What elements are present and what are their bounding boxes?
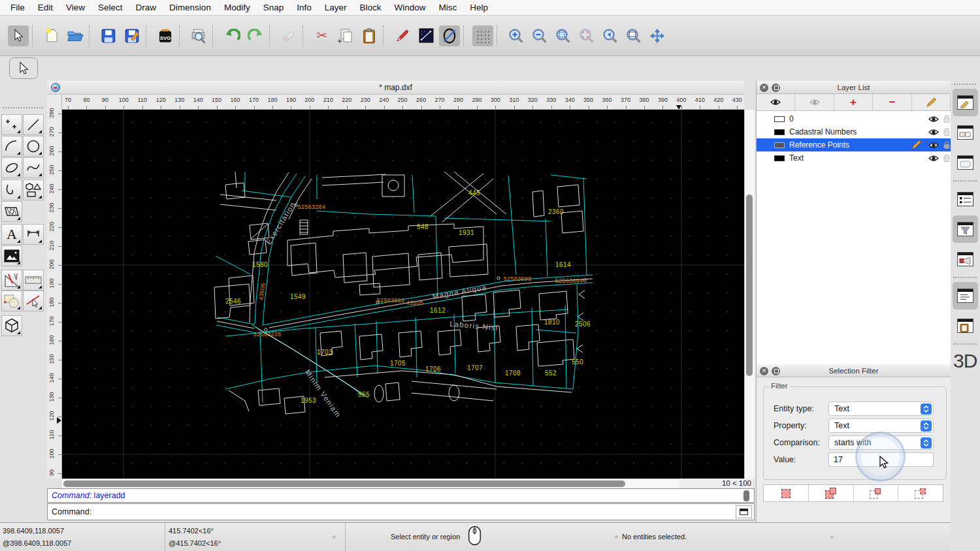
dimension-tool-button[interactable] (23, 224, 44, 245)
property-select[interactable]: Text (828, 418, 934, 433)
layer-list-toggle-button[interactable] (953, 185, 978, 213)
library-browser-toggle-button[interactable] (953, 149, 978, 176)
toolbar-separator (179, 25, 185, 46)
filter-intersect-selection-button[interactable] (898, 485, 943, 501)
view-projection-toggle-button[interactable] (953, 245, 978, 273)
menu-draw[interactable]: Draw (129, 0, 163, 16)
pan-icon (649, 28, 665, 44)
eraser-button[interactable] (278, 25, 299, 46)
redo-button[interactable] (245, 25, 266, 46)
ellipse-slash-button[interactable] (439, 25, 460, 46)
menu-misc[interactable]: Misc (433, 0, 464, 16)
print-preview-button[interactable] (188, 25, 209, 46)
layer-lock-icon[interactable] (941, 126, 951, 138)
menu-select[interactable]: Select (91, 0, 129, 16)
vertical-scrollbar[interactable] (744, 110, 755, 479)
spline-tool-button[interactable] (23, 157, 44, 178)
layer-visibility-eye-icon[interactable] (928, 113, 939, 125)
menu-block[interactable]: Block (353, 0, 388, 16)
shape-tool-button[interactable] (23, 180, 44, 200)
delete-tool-button[interactable] (23, 291, 44, 311)
entity-type-select[interactable]: Text (828, 401, 934, 416)
point-tool-button[interactable] (1, 114, 22, 135)
zoom-in-button[interactable] (506, 25, 527, 46)
copy-button[interactable] (335, 25, 356, 46)
block-list-toggle-button[interactable] (953, 119, 978, 146)
menu-view[interactable]: View (59, 0, 91, 16)
remove-layer-button[interactable]: − (873, 94, 911, 110)
menu-dimension[interactable]: Dimension (163, 0, 218, 16)
zoom-previous-button[interactable] (600, 25, 621, 46)
command-history-scrollbar-thumb[interactable] (743, 490, 749, 501)
layer-row-cadastral-numbers[interactable]: Cadastral Numbers (757, 125, 951, 138)
image-tool-button[interactable] (1, 245, 22, 266)
pan-button[interactable] (647, 25, 668, 46)
modify-tool-button[interactable] (1, 291, 22, 311)
layer-lock-icon[interactable] (941, 113, 951, 125)
layer-visibility-eye-icon[interactable] (928, 139, 939, 151)
new-document-button[interactable] (41, 25, 62, 46)
circle-tool-button[interactable] (23, 136, 44, 157)
command-history: Command: layeradd (47, 488, 755, 503)
save-button[interactable] (98, 25, 119, 46)
line-draw-tool-button[interactable] (23, 114, 44, 135)
selection-pointer-button[interactable] (9, 57, 38, 79)
horizontal-scrollbar[interactable] (62, 479, 744, 488)
cut-button[interactable]: ✂ (312, 25, 333, 46)
zoom-selection-button[interactable] (576, 25, 597, 46)
zoom-auto-button[interactable] (553, 25, 574, 46)
layer-row-text[interactable]: Text (757, 151, 951, 165)
clipboard-toggle-button[interactable] (953, 312, 978, 339)
command-window-toggle-button[interactable] (953, 282, 978, 309)
horizontal-scrollbar-thumb[interactable] (63, 480, 625, 487)
layer-lock-icon[interactable] (941, 139, 951, 151)
edit-layer-pencil-icon[interactable] (910, 139, 922, 151)
ellipse-tool-button[interactable] (1, 157, 22, 178)
zoom-window-button[interactable] (623, 25, 644, 46)
hatch-tool-button[interactable] (1, 201, 22, 222)
open-file-button[interactable] (65, 25, 86, 46)
menu-modify[interactable]: Modify (218, 0, 257, 16)
filter-replace-selection-button[interactable] (764, 485, 809, 501)
edit-layer-button[interactable] (912, 94, 951, 110)
filter-add-selection-button[interactable] (809, 485, 854, 501)
layer-visibility-eye-icon[interactable] (928, 126, 939, 138)
menu-layer[interactable]: Layer (318, 0, 353, 16)
undo-button[interactable] (221, 25, 242, 46)
show-all-layers-eye-button[interactable] (757, 94, 795, 110)
draft-tool-button[interactable] (1, 270, 22, 291)
edit-pencil-button[interactable] (392, 25, 413, 46)
menu-file[interactable]: File (4, 0, 31, 16)
reference-point-label: 52563692 (377, 297, 404, 304)
drawing-canvas[interactable]: 4452360548193115801614254615491612181025… (62, 110, 744, 479)
grid-toggle-button[interactable] (472, 25, 493, 46)
menu-edit[interactable]: Edit (31, 0, 59, 16)
layer-row-0[interactable]: 0 (757, 112, 951, 125)
selection-filter-toggle-button[interactable] (953, 215, 978, 243)
menu-help[interactable]: Help (463, 0, 495, 16)
arc-tool-button[interactable] (1, 136, 22, 157)
svg-export-button[interactable]: SVG (155, 25, 176, 46)
line-tool-button[interactable] (416, 25, 436, 46)
menu-info[interactable]: Info (290, 0, 318, 16)
layer-visibility-eye-icon[interactable] (928, 152, 939, 164)
vertical-scrollbar-thumb[interactable] (746, 195, 753, 376)
menu-window[interactable]: Window (388, 0, 433, 16)
measure-tool-button[interactable] (23, 270, 44, 291)
polyline-tool-button[interactable] (1, 180, 22, 200)
hide-all-layers-eye-button[interactable] (795, 94, 834, 110)
paste-button[interactable] (359, 25, 380, 46)
menu-snap[interactable]: Snap (257, 0, 291, 16)
zoom-out-button[interactable] (529, 25, 550, 46)
add-layer-button[interactable]: + (834, 94, 873, 110)
filter-remove-selection-button[interactable] (854, 485, 899, 501)
layer-lock-icon[interactable] (941, 152, 951, 164)
property-editor-toggle-button[interactable] (953, 89, 978, 116)
layer-row-reference-points[interactable]: Reference Points (757, 138, 951, 151)
solid-tool-button[interactable] (1, 315, 22, 336)
save-as-button[interactable] (122, 25, 142, 46)
command-input-row[interactable]: Command: (47, 503, 755, 520)
command-options-button[interactable] (736, 505, 752, 518)
text-tool-button[interactable]: A (1, 224, 22, 245)
select-arrow-button[interactable] (8, 25, 29, 46)
